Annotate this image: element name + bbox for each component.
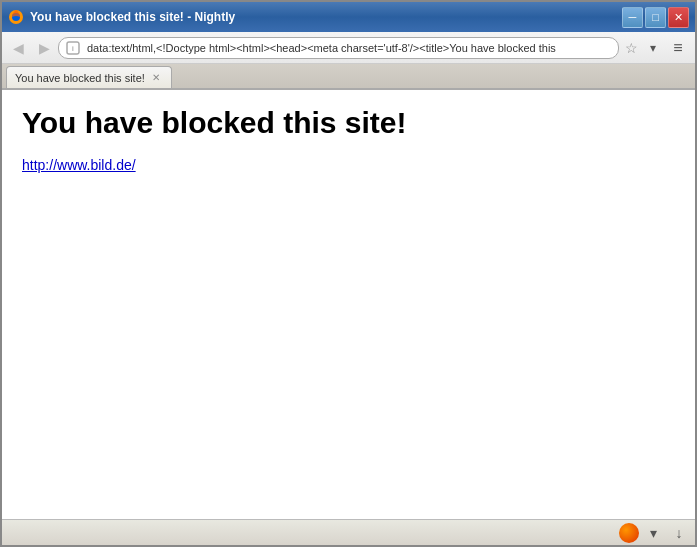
- address-text: data:text/html,<!Doctype html><html><hea…: [87, 42, 556, 54]
- back-button[interactable]: ◀: [6, 36, 30, 60]
- status-chevron-button[interactable]: ▾: [641, 521, 665, 545]
- blocked-site-link[interactable]: http://www.bild.de/: [22, 157, 136, 173]
- page-content: You have blocked this site! http://www.b…: [2, 90, 695, 519]
- download-icon: ↓: [676, 525, 683, 541]
- tab-bar: You have blocked this site! ✕: [2, 64, 695, 90]
- star-icon: ☆: [625, 40, 638, 56]
- page-icon: i: [65, 40, 81, 56]
- address-bar[interactable]: i data:text/html,<!Doctype html><html><h…: [58, 37, 619, 59]
- forward-icon: ▶: [39, 40, 50, 56]
- download-button[interactable]: ↓: [667, 521, 691, 545]
- title-bar: You have blocked this site! - Nightly ─ …: [2, 2, 695, 32]
- maximize-button[interactable]: □: [645, 7, 666, 28]
- browser-logo-icon: [8, 9, 24, 25]
- chevron-button[interactable]: ▾: [643, 36, 663, 60]
- browser-window: You have blocked this site! - Nightly ─ …: [0, 0, 697, 547]
- svg-text:i: i: [72, 44, 74, 53]
- menu-button[interactable]: ≡: [665, 36, 691, 60]
- navigation-bar: ◀ ▶ i data:text/html,<!Doctype html><htm…: [2, 32, 695, 64]
- status-bar: ▾ ↓: [2, 519, 695, 545]
- tab-close-button[interactable]: ✕: [149, 71, 163, 85]
- active-tab[interactable]: You have blocked this site! ✕: [6, 66, 172, 88]
- tab-label: You have blocked this site!: [15, 72, 145, 84]
- back-icon: ◀: [13, 40, 24, 56]
- close-button[interactable]: ✕: [668, 7, 689, 28]
- window-controls: ─ □ ✕: [622, 7, 689, 28]
- status-chevron-icon: ▾: [650, 525, 657, 541]
- chevron-down-icon: ▾: [650, 41, 656, 55]
- forward-button[interactable]: ▶: [32, 36, 56, 60]
- minimize-button[interactable]: ─: [622, 7, 643, 28]
- firefox-status-icon: [619, 523, 639, 543]
- menu-icon: ≡: [673, 39, 682, 57]
- firefox-logo-icon: [619, 523, 639, 543]
- window-title: You have blocked this site! - Nightly: [30, 10, 622, 24]
- page-heading: You have blocked this site!: [22, 106, 675, 140]
- bookmark-star-button[interactable]: ☆: [621, 38, 641, 58]
